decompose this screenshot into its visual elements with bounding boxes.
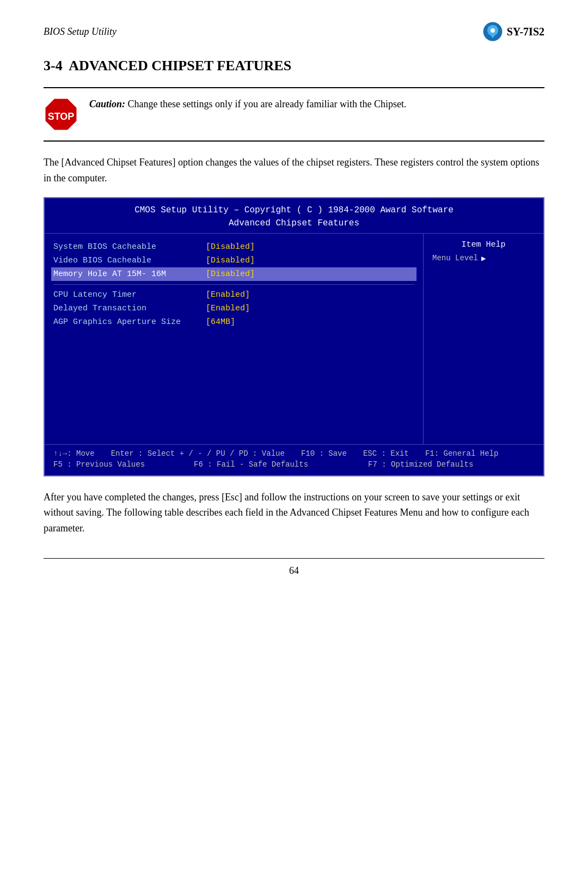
bios-value-delayed-transaction: [Enabled]: [206, 304, 250, 313]
footer-move: ↑↓→: Move: [53, 449, 95, 458]
footer-select: Enter : Select + / - / PU / PD : Value: [111, 449, 285, 458]
bios-label-system-bios-cacheable: System BIOS Cacheable: [53, 242, 206, 252]
bios-body: System BIOS Cacheable [Disabled] Video B…: [45, 233, 543, 444]
bios-row-video-bios-cacheable[interactable]: Video BIOS Cacheable [Disabled]: [53, 254, 414, 267]
bios-row-memory-hole[interactable]: Memory Hole AT 15M- 16M [Disabled]: [51, 267, 416, 281]
footer-f6: F6 : Fail - Safe Defaults: [194, 460, 308, 469]
bios-header-line2: Advanced Chipset Features: [45, 217, 543, 230]
bios-row-cpu-latency-timer[interactable]: CPU Latency Timer [Enabled]: [53, 288, 414, 302]
bios-separator: [53, 284, 414, 285]
svg-text:STOP: STOP: [48, 111, 75, 122]
bios-help-panel: Item Help Menu Level ▶: [424, 234, 543, 444]
menu-level: Menu Level ▶: [432, 254, 535, 263]
stop-icon: STOP: [44, 97, 78, 132]
bios-value-video-bios-cacheable: [Disabled]: [206, 256, 255, 265]
menu-level-label: Menu Level: [432, 254, 478, 262]
bios-footer-row1: ↑↓→: Move Enter : Select + / - / PU / PD…: [53, 449, 535, 458]
caution-text: Caution: Change these settings only if y…: [89, 97, 406, 112]
bios-label-agp-aperture: AGP Graphics Aperture Size: [53, 317, 206, 327]
menu-level-arrow: ▶: [481, 254, 486, 263]
bios-label-delayed-transaction: Delayed Transaction: [53, 304, 206, 313]
bios-value-cpu-latency-timer: [Enabled]: [206, 290, 250, 299]
bios-header-line1: CMOS Setup Utility – Copyright ( C ) 198…: [45, 204, 543, 217]
footer-f5: F5 : Previous Values: [53, 460, 145, 469]
bios-screen-header: CMOS Setup Utility – Copyright ( C ) 198…: [45, 198, 543, 233]
bios-settings-panel: System BIOS Cacheable [Disabled] Video B…: [45, 234, 424, 444]
page-header: BIOS Setup Utility SY-7IS2: [44, 22, 544, 41]
soyo-logo-icon: [483, 22, 503, 41]
footer-f7: F7 : Optimized Defaults: [368, 460, 473, 469]
header-right: SY-7IS2: [483, 22, 544, 41]
footer-esc: ESC : Exit: [363, 449, 409, 458]
footer-f10: F10 : Save: [301, 449, 347, 458]
bios-value-system-bios-cacheable: [Disabled]: [206, 242, 255, 252]
bios-footer-row2: F5 : Previous Values F6 : Fail - Safe De…: [53, 460, 535, 469]
intro-paragraph: The [Advanced Chipset Features] option c…: [44, 155, 544, 186]
header-title: BIOS Setup Utility: [44, 26, 117, 38]
bios-label-cpu-latency-timer: CPU Latency Timer: [53, 290, 206, 299]
header-model: SY-7IS2: [507, 26, 544, 38]
bios-row-agp-aperture[interactable]: AGP Graphics Aperture Size [64MB]: [53, 315, 414, 329]
svg-point-1: [491, 28, 495, 33]
bios-screen: CMOS Setup Utility – Copyright ( C ) 198…: [44, 197, 544, 476]
bios-row-system-bios-cacheable[interactable]: System BIOS Cacheable [Disabled]: [53, 240, 414, 254]
bios-row-delayed-transaction[interactable]: Delayed Transaction [Enabled]: [53, 302, 414, 315]
section-title: 3-4 ADVANCED CHIPSET FEATURES: [44, 58, 544, 74]
page-number: 64: [289, 565, 299, 576]
bios-empty-space: [53, 329, 414, 438]
bios-footer: ↑↓→: Move Enter : Select + / - / PU / PD…: [45, 444, 543, 475]
bios-label-memory-hole: Memory Hole AT 15M- 16M: [53, 270, 206, 279]
bios-value-agp-aperture: [64MB]: [206, 317, 235, 327]
caution-box: STOP Caution: Change these settings only…: [44, 87, 544, 142]
bios-label-video-bios-cacheable: Video BIOS Cacheable: [53, 256, 206, 265]
post-paragraph: After you have completed the changes, pr…: [44, 490, 544, 536]
footer-f1: F1: General Help: [425, 449, 498, 458]
item-help-title: Item Help: [432, 240, 535, 249]
page-footer: 64: [44, 558, 544, 577]
bios-value-memory-hole: [Disabled]: [206, 270, 255, 279]
